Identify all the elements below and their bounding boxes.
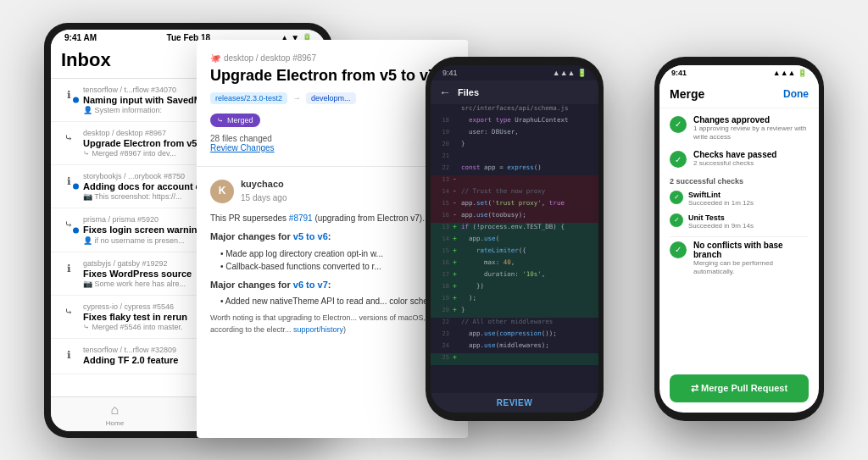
code-line-added: 14 + app.use( bbox=[431, 235, 598, 247]
swiftlint-time: Succeeded in 1m 12s bbox=[688, 199, 754, 207]
code-line: 23 app.use(compression()); bbox=[431, 330, 598, 341]
sub-check-swiftlint: ✓ SwiftLint Succeeded in 1m 12s bbox=[670, 191, 809, 207]
pr-meta: 28 files changed Review Changes bbox=[210, 134, 454, 152]
branch-from: releases/2.3.0-test2 bbox=[210, 92, 287, 104]
tab-home-label: Home bbox=[106, 419, 124, 427]
check-passed-info: Checks have passed 2 successful checks bbox=[693, 150, 776, 168]
branch-to: developm... bbox=[306, 92, 356, 104]
merge-icon: ⤷ bbox=[217, 116, 224, 125]
scene: 9:41 AM Tue Feb 18 ▲ ▼ 🔋 Inbox ≡ ℹ tenso… bbox=[27, 14, 841, 446]
check-passed-title: Checks have passed bbox=[693, 150, 776, 159]
no-conflict-sub: Merging can be performed automatically. bbox=[693, 259, 809, 277]
pr-link[interactable]: #8791 bbox=[289, 213, 313, 223]
merge-phone-time: 9:41 bbox=[671, 69, 687, 77]
item-icon: ℹ bbox=[61, 261, 76, 276]
tab-home[interactable]: ⌂ Home bbox=[106, 402, 124, 427]
done-button[interactable]: Done bbox=[783, 88, 809, 100]
check-approved-sub: 1 approving review by a reviewer with wr… bbox=[693, 125, 809, 142]
commenter-info: kuychaco 15 days ago bbox=[241, 177, 287, 206]
pr-repo-path: 🐙 desktop / desktop #8967 bbox=[210, 53, 454, 63]
code-filename-line: src/interfaces/api/schema.js bbox=[431, 104, 598, 116]
commenter-avatar: K bbox=[210, 180, 234, 203]
home-icon: ⌂ bbox=[111, 402, 120, 418]
code-line: 22 // All other middlewares bbox=[431, 318, 598, 330]
code-phone-time: 9:41 bbox=[442, 69, 458, 77]
code-phone-status: 9:41 ▲▲▲ 🔋 bbox=[431, 65, 598, 80]
code-line-added: 16 + max: 40, bbox=[431, 258, 598, 270]
item-icon: ⤷ bbox=[61, 304, 76, 319]
unread-dot bbox=[73, 97, 79, 103]
back-arrow-icon[interactable]: ← bbox=[439, 86, 451, 99]
code-phone-signal: ▲▲▲ 🔋 bbox=[553, 69, 587, 77]
inbox-title: Inbox bbox=[61, 49, 111, 71]
tablet-time: 9:41 AM bbox=[64, 33, 97, 42]
branch-arrow-icon: → bbox=[292, 93, 301, 103]
pr-comment-header: K kuychaco 15 days ago bbox=[210, 177, 454, 206]
changes-v6-header: Major changes for v6 to v7: bbox=[210, 278, 454, 292]
merged-badge-container: ⤷ Merged bbox=[210, 111, 454, 127]
merge-status-bar: 9:41 ▲▲▲ 🔋 bbox=[659, 65, 819, 80]
unread-dot bbox=[73, 184, 79, 190]
code-line: 24 app.use(middlewares); bbox=[431, 341, 598, 353]
code-phone-device: 9:41 ▲▲▲ 🔋 ← Files src/interfaces/api/sc… bbox=[426, 57, 604, 421]
merge-phone-signal: ▲▲▲ 🔋 bbox=[773, 69, 807, 77]
code-line-added: 19 + ); bbox=[431, 294, 598, 306]
code-phone-header: ← Files bbox=[431, 80, 598, 104]
code-line-added: 25 + bbox=[431, 353, 598, 365]
code-phone-footer: REVIEW bbox=[431, 393, 598, 413]
commenter-name: kuychaco bbox=[241, 177, 287, 192]
review-changes-link[interactable]: Review Changes bbox=[210, 143, 275, 152]
check-passed-sub: 2 successful checks bbox=[693, 159, 776, 168]
review-button[interactable]: REVIEW bbox=[497, 398, 532, 407]
merge-phone-screen: 9:41 ▲▲▲ 🔋 Merge Done ✓ Changes approved… bbox=[659, 65, 819, 413]
merged-badge: ⤷ Merged bbox=[210, 114, 260, 127]
change-bullet-1: • Made app log directory creation opt-in… bbox=[220, 247, 454, 260]
files-changed: 28 files changed bbox=[210, 134, 272, 143]
code-phone-screen: 9:41 ▲▲▲ 🔋 ← Files src/interfaces/api/sc… bbox=[431, 65, 598, 413]
files-title: Files bbox=[458, 87, 479, 97]
no-conflict-info: No conflicts with base branch Merging ca… bbox=[693, 241, 809, 277]
code-line-added: 20 + } bbox=[431, 306, 598, 318]
unittests-name: Unit Tests bbox=[688, 213, 754, 222]
code-line-removed: 14 - // Trust the now proxy bbox=[431, 187, 598, 199]
check-passed-icon: ✓ bbox=[670, 151, 687, 168]
no-conflict-icon: ✓ bbox=[670, 241, 687, 258]
change-bullet-2: • Callback-based functions converted to … bbox=[220, 260, 454, 273]
comment-date: 15 days ago bbox=[241, 191, 287, 205]
check-item-approved: ✓ Changes approved 1 approving review by… bbox=[670, 115, 809, 142]
no-conflict-item: ✓ No conflicts with base branch Merging … bbox=[670, 236, 809, 277]
code-area: src/interfaces/api/schema.js 18 export t… bbox=[431, 104, 598, 393]
item-icon: ℹ bbox=[61, 347, 76, 363]
code-line-removed: 16 - app.use(toobusy); bbox=[431, 211, 598, 223]
merge-footer: ⇄ Merge Pull Request bbox=[659, 368, 819, 413]
unread-dot bbox=[73, 227, 79, 233]
swiftlint-name: SwiftLint bbox=[688, 191, 754, 199]
unittests-icon: ✓ bbox=[670, 213, 683, 227]
code-line-added: 13 + if (!process.env.TEST_DB) { bbox=[431, 223, 598, 235]
merged-label: Merged bbox=[227, 116, 253, 125]
changes-v5-header: Major changes for v5 to v6: bbox=[210, 230, 454, 244]
check-approved-title: Changes approved bbox=[693, 115, 809, 125]
merge-header: Merge Done bbox=[659, 80, 819, 108]
code-line: 18 export type UraphuLContext bbox=[431, 116, 598, 128]
unittests-time: Succeeded in 9m 14s bbox=[688, 222, 754, 230]
unittests-info: Unit Tests Succeeded in 9m 14s bbox=[688, 213, 754, 230]
check-approved-info: Changes approved 1 approving review by a… bbox=[693, 115, 809, 142]
code-line-removed: 15 - app.set('trust proxy', true bbox=[431, 199, 598, 211]
octocat-icon: 🐙 bbox=[210, 53, 220, 63]
sub-check-unittests: ✓ Unit Tests Succeeded in 9m 14s bbox=[670, 213, 809, 230]
check-approved-icon: ✓ bbox=[670, 116, 687, 133]
code-line: 21 bbox=[431, 152, 598, 163]
filename-text: src/interfaces/api/schema.js bbox=[461, 104, 595, 112]
swiftlint-icon: ✓ bbox=[670, 191, 683, 204]
pr-branch-bar: releases/2.3.0-test2 → developm... bbox=[210, 92, 454, 104]
code-line-removed: 13 - bbox=[431, 175, 598, 187]
code-line-added: 18 + }) bbox=[431, 282, 598, 294]
no-conflict-title: No conflicts with base branch bbox=[693, 241, 809, 259]
code-line-added: 15 + rateLimiter({ bbox=[431, 247, 598, 258]
footer-text: Worth noting is that upgrading to Electr… bbox=[210, 313, 454, 335]
comment-body: This PR supersedes #8791 (upgrading from… bbox=[210, 212, 454, 224]
merge-pull-request-button[interactable]: ⇄ Merge Pull Request bbox=[670, 374, 809, 402]
swiftlint-info: SwiftLint Succeeded in 1m 12s bbox=[688, 191, 754, 207]
change-bullet-3: • Added new nativeTheme API to read and.… bbox=[220, 295, 454, 308]
